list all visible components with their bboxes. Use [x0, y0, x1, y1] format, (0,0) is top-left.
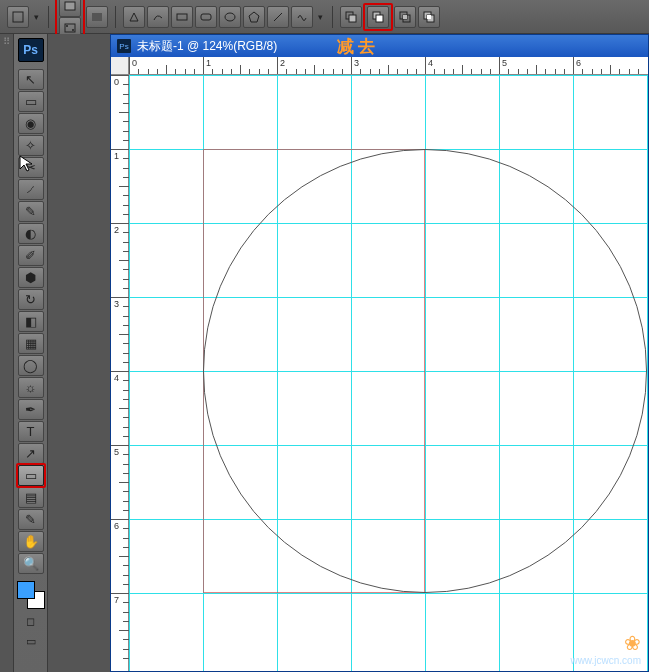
line-shape-icon[interactable]	[267, 6, 289, 28]
shape-preset-button[interactable]	[7, 6, 29, 28]
svg-marker-9	[249, 12, 259, 22]
watermark: ❀ www.jcwcn.com	[570, 631, 641, 666]
eyedropper-tool[interactable]: ✎	[18, 201, 44, 222]
svg-point-3	[66, 25, 68, 27]
shape-layers-mode-button[interactable]	[59, 0, 81, 17]
type-tool[interactable]: T	[18, 421, 44, 442]
slice-tool[interactable]: ⟋	[18, 179, 44, 200]
path-select-tool[interactable]: ↗	[18, 443, 44, 464]
screen-mode-toggle[interactable]: ▭	[19, 633, 43, 649]
toolbox: Ps ↖▭◉✧✂⟋✎◐✐⬢↻◧▦◯☼✒T↗▭▤✎✋🔍 ◻ ▭	[14, 34, 48, 672]
ruler-v-label: 2	[114, 225, 119, 235]
ruler-v-label: 6	[114, 521, 119, 531]
marquee-tool[interactable]: ▭	[18, 91, 44, 112]
path-subtract-button[interactable]	[367, 6, 389, 28]
custom-shape-dropdown[interactable]: ▾	[314, 6, 326, 28]
eyedrop2-tool[interactable]: ✎	[18, 509, 44, 530]
pen-tool[interactable]: ✒	[18, 399, 44, 420]
svg-rect-0	[13, 12, 23, 22]
dodge-tool[interactable]: ☼	[18, 377, 44, 398]
ruler-v-label: 3	[114, 299, 119, 309]
crop-tool[interactable]: ✂	[18, 157, 44, 178]
path-exclude-button[interactable]	[418, 6, 440, 28]
ruler-h-label: 0	[132, 58, 137, 68]
polygon-shape-icon[interactable]	[243, 6, 265, 28]
dock-grip-icon: ⠿	[0, 34, 13, 48]
ruler-v-label: 1	[114, 151, 119, 161]
guide-vertical[interactable]	[647, 75, 648, 671]
lasso-tool[interactable]: ◉	[18, 113, 44, 134]
guide-vertical[interactable]	[129, 75, 130, 671]
shape-preset-dropdown[interactable]: ▾	[30, 6, 42, 28]
ruler-h-label: 4	[428, 58, 433, 68]
ruler-h-label: 1	[206, 58, 211, 68]
rounded-rect-shape-icon[interactable]	[195, 6, 217, 28]
freeform-pen-icon[interactable]	[147, 6, 169, 28]
document-titlebar[interactable]: Ps 未标题-1 @ 124%(RGB/8) 减去	[111, 35, 648, 57]
watermark-wing-icon: ❀	[624, 632, 641, 654]
ruler-origin[interactable]	[111, 57, 129, 75]
move-tool[interactable]: ↖	[18, 69, 44, 90]
eraser-tool[interactable]: ◧	[18, 311, 44, 332]
document-body: 0123456 01234567	[111, 57, 648, 671]
stamp-tool[interactable]: ⬢	[18, 267, 44, 288]
zoom-tool[interactable]: 🔍	[18, 553, 44, 574]
custom-shape-icon[interactable]	[291, 6, 313, 28]
hand-tool[interactable]: ✋	[18, 531, 44, 552]
ellipse-shape-icon[interactable]	[219, 6, 241, 28]
annotation-label: 减去	[337, 35, 379, 58]
ruler-v-label: 0	[114, 77, 119, 87]
healing-tool[interactable]: ◐	[18, 223, 44, 244]
blur-tool[interactable]: ◯	[18, 355, 44, 376]
svg-point-8	[225, 13, 235, 21]
document-title: 未标题-1 @ 124%(RGB/8)	[137, 38, 277, 55]
svg-rect-17	[403, 15, 407, 19]
ellipse-path[interactable]	[203, 149, 647, 593]
svg-rect-14	[376, 15, 383, 22]
ruler-h-label: 6	[576, 58, 581, 68]
svg-line-10	[274, 13, 282, 21]
foreground-color-swatch[interactable]	[17, 581, 35, 599]
fill-pixels-mode-button[interactable]	[86, 6, 108, 28]
svg-point-4	[72, 29, 74, 31]
svg-rect-5	[92, 13, 102, 21]
rectangle-shape-icon[interactable]	[171, 6, 193, 28]
ruler-v-label: 5	[114, 447, 119, 457]
pen-tool-icon[interactable]	[123, 6, 145, 28]
ruler-h-label: 2	[280, 58, 285, 68]
color-swatches[interactable]	[17, 581, 45, 609]
shape-tool[interactable]: ▭	[18, 465, 44, 486]
palette-dock-strip[interactable]: ⠿	[0, 34, 14, 672]
history-brush-tool[interactable]: ↻	[18, 289, 44, 310]
quick-mask-toggle[interactable]: ◻	[19, 613, 43, 629]
vertical-ruler[interactable]: 01234567	[111, 75, 129, 671]
ruler-h-label: 5	[502, 58, 507, 68]
svg-rect-6	[177, 14, 187, 20]
ruler-h-label: 3	[354, 58, 359, 68]
workspace: ⠿ Ps ↖▭◉✧✂⟋✎◐✐⬢↻◧▦◯☼✒T↗▭▤✎✋🔍 ◻ ▭ Ps 未标题-…	[0, 34, 649, 672]
canvas[interactable]	[129, 75, 648, 671]
watermark-text: www.jcwcn.com	[570, 655, 641, 666]
path-subtract-highlight	[363, 3, 393, 31]
svg-rect-12	[349, 15, 356, 22]
svg-rect-1	[65, 2, 75, 10]
guide-horizontal[interactable]	[129, 593, 648, 594]
options-bar: ▾ ▾	[0, 0, 649, 34]
path-intersect-button[interactable]	[394, 6, 416, 28]
path-add-button[interactable]	[340, 6, 362, 28]
svg-rect-7	[201, 14, 211, 20]
brush-tool[interactable]: ✐	[18, 245, 44, 266]
magic-wand-tool[interactable]: ✧	[18, 135, 44, 156]
guide-horizontal[interactable]	[129, 75, 648, 76]
app-badge: Ps	[18, 38, 44, 62]
ruler-v-label: 7	[114, 595, 119, 605]
notes-tool[interactable]: ▤	[18, 487, 44, 508]
gradient-tool[interactable]: ▦	[18, 333, 44, 354]
separator	[48, 6, 49, 28]
document-window: Ps 未标题-1 @ 124%(RGB/8) 减去 0123456 012345…	[110, 34, 649, 672]
separator	[115, 6, 116, 28]
svg-rect-20	[427, 15, 431, 19]
ruler-v-label: 4	[114, 373, 119, 383]
horizontal-ruler[interactable]: 0123456	[129, 57, 648, 75]
workspace-gap	[48, 34, 110, 672]
